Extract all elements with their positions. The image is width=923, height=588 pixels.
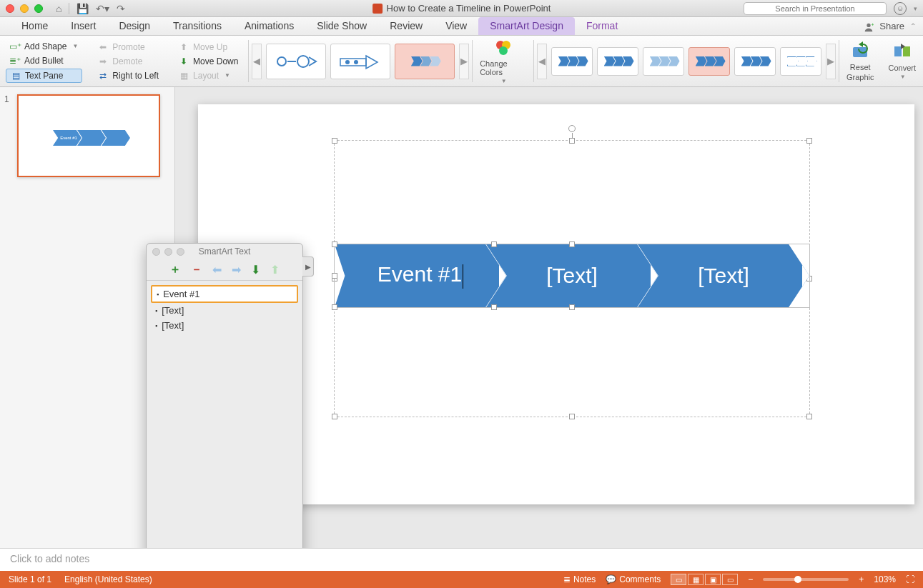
style-option-4-selected[interactable] bbox=[688, 47, 730, 76]
smartart-text-pane[interactable]: SmartArt Text ＋ － ⬅ ➡ ⬇ ⬆ ▪Event #1 ▪[Te… bbox=[146, 243, 303, 548]
titlebar-caret-icon[interactable]: ▾ bbox=[914, 5, 917, 12]
shape-handle[interactable] bbox=[332, 273, 337, 279]
tp-add-icon[interactable]: ＋ bbox=[169, 262, 181, 277]
layout-option-2[interactable] bbox=[330, 44, 390, 79]
zoom-slider[interactable] bbox=[763, 578, 849, 581]
tab-transitions[interactable]: Transitions bbox=[162, 17, 233, 35]
tab-home[interactable]: Home bbox=[10, 17, 59, 35]
zoom-slider-knob[interactable] bbox=[794, 576, 801, 583]
comments-toggle[interactable]: 💬Comments bbox=[606, 574, 661, 584]
smartart-chevron-row[interactable]: Event #1 [Text] [Text] bbox=[334, 244, 810, 308]
search-input[interactable] bbox=[744, 2, 887, 15]
slide-counter[interactable]: Slide 1 of 1 bbox=[9, 574, 51, 584]
style-option-2[interactable] bbox=[597, 47, 638, 76]
fit-to-window-button[interactable]: ⛶ bbox=[906, 574, 914, 584]
tab-smartart-design[interactable]: SmartArt Design bbox=[478, 17, 575, 35]
shape-handle[interactable] bbox=[332, 241, 337, 247]
promote-button[interactable]: ⬅Promote bbox=[94, 41, 163, 54]
tp-min-button[interactable] bbox=[164, 248, 172, 256]
tp-remove-icon[interactable]: － bbox=[191, 262, 202, 277]
resize-handle-sw[interactable] bbox=[332, 414, 337, 419]
convert-button[interactable]: Convert ▼ bbox=[881, 36, 923, 86]
text-pane-toggle[interactable]: ▤Text Pane bbox=[6, 69, 82, 83]
qat-save-icon[interactable]: 💾 bbox=[76, 3, 89, 14]
shape-handle[interactable] bbox=[569, 304, 575, 310]
layout-option-3-selected[interactable] bbox=[395, 44, 455, 79]
notes-icon: ≣ bbox=[563, 574, 571, 584]
change-colors-button[interactable]: Change Colors ▼ bbox=[473, 36, 533, 86]
resize-handle-s[interactable] bbox=[569, 414, 575, 419]
textpane-titlebar[interactable]: SmartArt Text bbox=[147, 244, 302, 259]
slide[interactable]: Event #1 [Text] [Text] bbox=[198, 104, 914, 504]
textpane-expand-tab[interactable]: ▶ bbox=[302, 256, 314, 276]
tab-review[interactable]: Review bbox=[378, 17, 434, 35]
resize-handle-se[interactable] bbox=[806, 414, 812, 419]
style-option-3[interactable] bbox=[643, 47, 684, 76]
tab-insert[interactable]: Insert bbox=[59, 17, 107, 35]
chevron-2[interactable]: [Text] bbox=[486, 244, 658, 307]
shape-handle[interactable] bbox=[491, 241, 497, 247]
view-slideshow-button[interactable]: ▭ bbox=[722, 574, 738, 585]
rotation-handle[interactable] bbox=[568, 125, 576, 132]
right-to-left-button[interactable]: ⇄Right to Left bbox=[94, 69, 163, 82]
view-normal-button[interactable]: ▭ bbox=[671, 574, 686, 585]
styles-prev-button[interactable]: ◀ bbox=[537, 44, 547, 79]
resize-handle-ne[interactable] bbox=[806, 138, 812, 144]
notes-pane[interactable]: Click to add notes bbox=[0, 548, 923, 571]
view-sorter-button[interactable]: ▦ bbox=[688, 574, 704, 585]
zoom-in-button[interactable]: + bbox=[859, 574, 864, 584]
gallery-next-button[interactable]: ▶ bbox=[459, 44, 469, 79]
shape-handle[interactable] bbox=[569, 241, 575, 247]
shape-handle[interactable] bbox=[332, 304, 337, 310]
qat-home-icon[interactable]: ⌂ bbox=[56, 3, 61, 14]
gallery-prev-button[interactable]: ◀ bbox=[252, 44, 262, 79]
tab-design[interactable]: Design bbox=[107, 17, 162, 35]
notes-toggle[interactable]: ≣Notes bbox=[563, 574, 596, 584]
textpane-item-3[interactable]: ▪[Text] bbox=[151, 318, 298, 333]
zoom-level[interactable]: 103% bbox=[874, 574, 896, 584]
workspace: 1 Event #1 bbox=[0, 87, 923, 548]
textpane-item-2[interactable]: ▪[Text] bbox=[151, 303, 298, 318]
layout-option-1[interactable] bbox=[266, 44, 326, 79]
style-option-6[interactable] bbox=[780, 47, 821, 76]
user-account-icon[interactable]: ☺ bbox=[894, 2, 907, 15]
maximize-window-button[interactable] bbox=[34, 4, 43, 13]
tab-format[interactable]: Format bbox=[575, 17, 629, 35]
reset-graphic-button[interactable]: Reset Graphic bbox=[839, 36, 882, 86]
tp-demote-icon[interactable]: ➡ bbox=[232, 263, 241, 276]
tp-max-button[interactable] bbox=[177, 248, 184, 256]
tab-slideshow[interactable]: Slide Show bbox=[305, 17, 378, 35]
minimize-window-button[interactable] bbox=[20, 4, 29, 13]
tab-animations[interactable]: Animations bbox=[233, 17, 305, 35]
close-window-button[interactable] bbox=[6, 4, 14, 13]
collapse-ribbon-icon[interactable]: ⌃ bbox=[910, 22, 916, 30]
view-reading-button[interactable]: ▣ bbox=[705, 574, 721, 585]
layout-button[interactable]: ▦Layout▼ bbox=[174, 69, 242, 82]
tp-close-button[interactable] bbox=[152, 248, 160, 256]
tab-view[interactable]: View bbox=[434, 17, 478, 35]
chevron-3[interactable]: [Text] bbox=[638, 244, 809, 307]
style-option-5[interactable] bbox=[734, 47, 776, 76]
tp-promote-icon[interactable]: ⬅ bbox=[212, 263, 222, 276]
textpane-item-1[interactable]: ▪Event #1 bbox=[151, 285, 298, 303]
qat-undo-icon[interactable]: ↶▾ bbox=[96, 3, 109, 14]
move-up-button[interactable]: ⬆Move Up bbox=[174, 41, 242, 54]
style-option-1[interactable] bbox=[551, 47, 593, 76]
language-indicator[interactable]: English (United States) bbox=[64, 574, 152, 584]
shape-handle[interactable] bbox=[491, 304, 497, 310]
qat-redo-icon[interactable]: ↷ bbox=[117, 3, 125, 14]
bullet-icon: ▪ bbox=[157, 291, 159, 298]
resize-handle-n[interactable] bbox=[569, 138, 575, 144]
add-shape-button[interactable]: ▭⁺Add Shape▼ bbox=[6, 40, 82, 53]
zoom-out-button[interactable]: − bbox=[748, 574, 753, 584]
styles-next-button[interactable]: ▶ bbox=[826, 44, 836, 79]
tp-movedown-icon[interactable]: ⬇ bbox=[251, 263, 260, 276]
chevron-1[interactable]: Event #1 bbox=[335, 244, 506, 307]
slide-thumbnail-1[interactable]: Event #1 bbox=[17, 94, 160, 177]
share-button[interactable]: Share bbox=[879, 21, 904, 31]
demote-button[interactable]: ➡Demote bbox=[94, 55, 163, 68]
tp-moveup-icon[interactable]: ⬆ bbox=[270, 263, 280, 276]
add-bullet-button[interactable]: ≣⁺Add Bullet bbox=[6, 54, 82, 67]
resize-handle-nw[interactable] bbox=[332, 138, 337, 144]
move-down-button[interactable]: ⬇Move Down bbox=[174, 55, 242, 68]
